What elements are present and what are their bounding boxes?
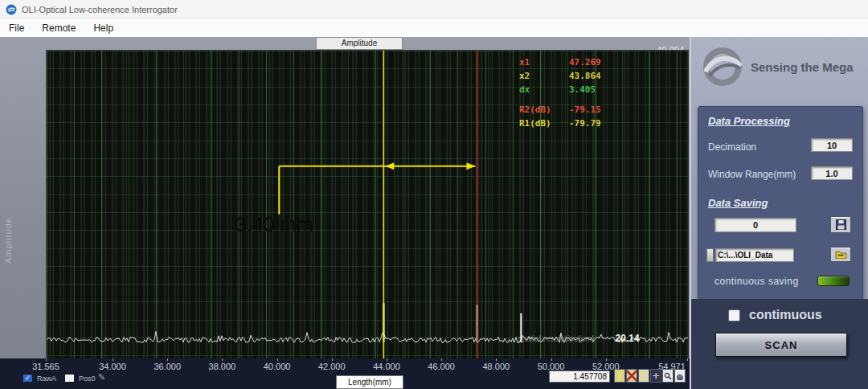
x-axis-title-tab: Length(mm) [336,375,403,389]
readout-value: -79.79 [569,118,601,129]
dimension-arrowhead-left [385,162,394,170]
legend-checkbox-pos0[interactable] [64,374,75,383]
window-range-label: Window Range(mm) [708,169,796,180]
readout-label: R1(dB) [519,118,569,129]
save-path-input[interactable] [715,248,794,262]
x-tick-mark [687,358,688,361]
plot-area[interactable]: x147.269x243.864dx3.405R2(dB)-79.15R1(dB… [46,50,689,360]
x-tick-mark [387,358,387,361]
sidebar-bottom: contimuous SCAN [691,299,868,389]
x-tick-mark [277,358,278,361]
plot-legend: ✓RawAPos0 [23,374,100,383]
x-tick-label: 48.000 [483,362,510,371]
x-tick-label: 40.000 [264,362,291,371]
x-tick-label: 34.000 [99,362,126,371]
menu-help[interactable]: Help [84,23,122,34]
app-logo-icon [6,4,17,15]
readout-label: dx [519,84,569,95]
legend-checkbox-rawa[interactable]: ✓ [23,374,33,383]
window-title: OLI-Optical Low-coherence Interrogator [22,5,178,14]
decimation-label: Decimation [708,141,756,153]
x-tick-label: 44.000 [373,362,400,371]
dimension-arrowhead-right [466,162,475,170]
graph-toolbar [614,369,686,383]
cursor-readout-row: R2(dB)-79.15 [519,103,601,117]
zoom-tool-button[interactable] [662,369,674,383]
distance-annotation-label: 3.40 mm [235,213,313,236]
x-tick-label: 42.000 [318,362,346,371]
x-tick-mark [606,358,607,361]
continuous-saving-led-indicator [817,276,850,286]
browse-folder-button[interactable] [830,247,851,262]
x-axis-strip: 31.56534.00036.00038.00040.00042.00044.0… [0,358,690,389]
brand-name: Sensing the Mega [751,60,854,74]
floppy-disk-icon [836,219,846,230]
window-range-input[interactable] [811,166,853,180]
readout-label: x2 [519,71,569,81]
y-axis-title: Amplitude [3,217,13,264]
title-bar: OLI-Optical Low-coherence Interrogator [0,0,868,19]
spatial-resolution: spatial resolution(um)20.14 [518,333,640,344]
cursor-readout-row: x243.864 [519,69,601,83]
readout-value: -79.15 [569,104,601,115]
sidebar: Sensing the Mega Data Processing Decimat… [690,37,868,389]
cursor-position-input[interactable] [549,371,610,383]
spatial-resolution-label: spatial resolution(um) [518,334,595,343]
amplitude-tab: Amplitude [316,37,403,50]
cursor-readout-row: dx3.405 [519,83,601,96]
x-tick-label: 31.565 [32,362,59,371]
control-panel: Data Processing Decimation Window Range(… [698,106,863,301]
x-tick-label: 38.000 [209,362,236,371]
menu-file[interactable]: File [0,23,33,34]
readout-label: x1 [519,57,569,68]
chart-region: Amplitude Amplitude -40.094-42.500-45.00… [0,37,690,389]
continuous-checkbox[interactable] [728,309,740,321]
readout-value: 43.864 [569,71,601,81]
x-tick-mark [496,358,497,361]
save-button[interactable] [830,216,851,233]
cursor-lock-tool-button[interactable] [638,369,649,383]
data-processing-title: Data Processing [708,115,790,127]
x-tick-mark [46,358,47,361]
x-tick-label: 36.000 [154,362,181,371]
readout-value: 3.405 [569,84,596,95]
path-spinner[interactable] [706,248,714,262]
brand-logo-icon [701,45,744,88]
decimation-input[interactable] [811,138,853,152]
x-tick-mark [167,358,168,361]
cursor-readout-row: x147.269 [519,55,601,69]
continuous-row: contimuous [728,308,822,322]
cursor-style-tool-button[interactable] [614,369,625,383]
x-tick-mark [222,358,223,361]
legend-label: Pos0 [79,375,96,383]
cursor-readout-row: R1(dB)-79.79 [519,117,601,130]
x-tick-mark [551,358,552,361]
app-window: OLI-Optical Low-coherence Interrogator F… [0,0,868,389]
menu-bar: File Remote Help [0,19,868,38]
legend-label: RawA [37,375,56,383]
cursor-readout: x147.269x243.864dx3.405R2(dB)-79.15R1(dB… [519,55,601,130]
cursor-move-tool-button[interactable] [650,369,661,383]
x-tick-mark [332,358,333,361]
readout-value: 47.269 [569,57,601,68]
x-tick-label: 46.000 [428,362,455,371]
x-tick-mark [441,358,442,361]
cursor-marker-tool-button[interactable] [626,369,637,383]
x-tick-mark [113,358,113,361]
pan-hand-tool-button[interactable] [674,369,686,383]
continuous-saving-label: continuous saving [714,276,799,287]
open-folder-icon [835,250,847,259]
pen-icon[interactable]: ✎ [98,372,105,383]
continuous-checkbox-label: contimuous [749,308,822,322]
spatial-resolution-value: 20.14 [616,333,640,344]
data-saving-title: Data Saving [708,197,768,209]
scan-button[interactable]: SCAN [715,333,847,357]
readout-label: R2(dB) [519,104,569,115]
menu-remote[interactable]: Remote [33,23,84,34]
brand-row: Sensing the Mega [701,45,854,88]
file-index-input[interactable] [714,218,796,232]
